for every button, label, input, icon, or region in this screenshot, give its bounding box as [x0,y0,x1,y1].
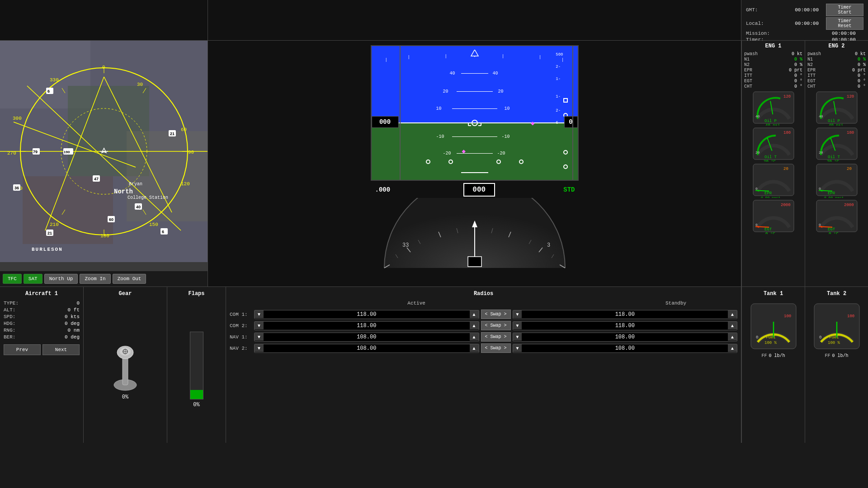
com1-standby-down[interactable]: ▼ [513,310,522,318]
svg-text:100: 100 [784,314,791,319]
svg-text:30: 30 [137,82,143,87]
nav1-active-up[interactable]: ▲ [470,333,479,341]
com2-active-down[interactable]: ▼ [255,322,264,329]
type-label: TYPE: [4,300,19,306]
com1-active-down[interactable]: ▼ [255,310,264,318]
nav2-active-up[interactable]: ▲ [470,344,479,352]
svg-text:0.00 part: 0.00 part [761,196,780,198]
nav1-standby-up[interactable]: ▲ [728,333,737,341]
tank2-ff-value: 0 lb/h [832,353,849,358]
pitch-line-20 [457,91,493,92]
pitch-label-40-right: 40 [493,71,498,76]
gear-handle-svg [107,340,143,394]
com1-standby-up[interactable]: ▲ [728,310,737,318]
svg-text:90: 90 [188,150,194,155]
com2-standby-up[interactable]: ▲ [728,322,737,329]
flaps-panel: Flaps 0% [167,287,226,443]
eng1-cht-label: CHT [744,84,752,89]
svg-text:20 °C: 20 °C [764,160,776,162]
alt-scale: 500 2- 1- 1- 2- 6- [556,53,563,125]
tank2-panel: Tank 2 100 0 Fuel 100 % [805,287,868,443]
zoom-in-button[interactable]: Zoom In [80,274,110,284]
svg-text:120: 120 [181,181,190,187]
eng2-egt-label: EGT [807,79,816,84]
svg-text:36: 36 [14,186,19,190]
nav1-standby-down[interactable]: ▼ [513,333,522,341]
eng2-oilp-gauge: 120 40 Oil P 40 psi [814,89,859,126]
prev-button[interactable]: Prev [4,344,41,355]
gmt-label: GMT: [746,7,795,13]
svg-text:3: 3 [547,242,550,249]
nav2-swap-button[interactable]: < Swap > [481,343,511,353]
timer-start-button[interactable]: Timer Start [826,4,863,16]
rng-label: RNG: [4,328,15,333]
com2-row: COM 2: ▼ 118.00 ▲ < Swap > ▼ 118.00 ▲ [230,321,737,330]
svg-text:Fuel: Fuel [829,335,839,340]
pitch-label-neg20-right: -20 [497,151,505,156]
nav2-label: NAV 2: [230,346,252,351]
svg-text:40 psi: 40 psi [829,123,843,126]
spd-value: 0 kts [65,314,80,319]
nav2-active-down[interactable]: ▼ [255,344,264,352]
svg-text:Oil T: Oil T [828,155,840,160]
com2-swap-button[interactable]: < Swap > [481,321,511,330]
eng2-n1-value: 0 % [858,57,866,62]
svg-text:EPR: EPR [828,191,835,196]
com2-active-value: 118.00 [264,322,470,330]
eng1-pwash: pwash 0 kt [744,52,802,56]
map-container[interactable]: 0 30 60 90 120 150 180 210 240 270 [0,41,208,271]
ias-display: .000 [371,186,395,193]
eng1-egt-label: EGT [744,79,752,84]
svg-text:6: 6 [162,230,164,234]
com2-standby-down[interactable]: ▼ [513,322,522,329]
svg-marker-58 [471,50,478,56]
eng1-itt: ITT 0 ° [744,73,802,78]
eng1-epr: EPR 0 prt [744,68,802,73]
svg-text:40: 40 [819,114,823,118]
nav2-standby-up[interactable]: ▲ [728,344,737,352]
nav1-swap-button[interactable]: < Swap > [481,332,511,342]
nav1-active-down[interactable]: ▼ [255,333,264,341]
next-button[interactable]: Next [42,344,80,355]
sat-button[interactable]: SAT [24,274,42,284]
pitch-label-neg10-left: -10 [436,134,444,139]
pitch-line-10 [452,108,497,109]
gear-display: 0% [107,300,143,439]
speed-box: 000 [372,116,399,128]
svg-text:0: 0 [755,187,758,191]
aircraft-info-panel: Aircraft 1 TYPE: 0 ALT: 0 ft SPD: 0 kts … [0,287,84,443]
mission-row: Mission: 00:00:00 [746,31,863,36]
hsi-svg: 33 3 [371,198,579,270]
north-up-button[interactable]: North Up [44,274,78,284]
radios-title: Radios [230,291,737,297]
nav2-standby-value: 108.00 [522,344,728,352]
eng1-oilt-gauge: 180 20 Oil T 20 °C [751,126,796,162]
radios-panel: Radios Active Standby COM 1: ▼ 118.00 ▲ … [226,287,741,443]
svg-rect-78 [468,257,481,267]
nav2-standby-down[interactable]: ▼ [513,344,522,352]
bank-mark-left10: | [445,54,447,59]
adi-instrument: 40 40 20 20 10 10 -10 -10 -20 -20 [371,45,579,181]
aircraft-panel-title: Aircraft 1 [4,291,80,297]
svg-text:0 °C: 0 °C [829,232,839,234]
flaps-slider[interactable] [190,332,203,399]
timer-reset-button[interactable]: Timer Reset [826,17,863,30]
zoom-out-button[interactable]: Zoom Out [113,274,146,284]
tank2-ff-label: FF [825,353,830,358]
bank-mark-left30: | [385,58,387,62]
svg-text:270: 270 [7,150,16,156]
aircraft-rng-row: RNG: 0 nm [4,328,80,333]
aircraft-type-row: TYPE: 0 [4,300,80,306]
com2-active-up[interactable]: ▲ [470,322,479,329]
svg-text:47: 47 [94,177,99,181]
bank-mark-right20: | [539,55,541,60]
eng1-title: ENG 1 [744,43,802,49]
svg-text:100 %: 100 % [828,341,840,345]
com1-label: COM 1: [230,312,252,317]
svg-text:College Station: College Station [127,195,168,200]
com1-swap-button[interactable]: < Swap > [481,310,511,319]
com1-active-up[interactable]: ▲ [470,310,479,318]
loc-dot-3 [496,160,501,164]
eng2-n2-value: 0 % [858,62,866,67]
tfc-button[interactable]: TFC [3,274,22,284]
